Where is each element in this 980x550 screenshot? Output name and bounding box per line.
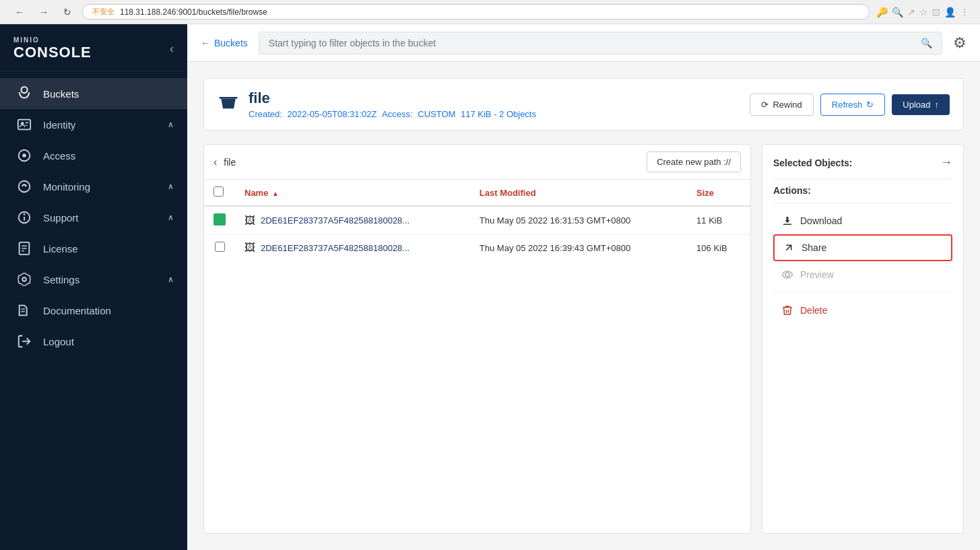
sidebar-item-label: License bbox=[43, 243, 78, 254]
row-checkbox[interactable] bbox=[215, 242, 225, 252]
monitoring-icon bbox=[13, 179, 35, 194]
file-name-cell: 🖼 2DE61EF283737A5F482588180028... bbox=[235, 206, 470, 235]
settings-icon bbox=[13, 272, 35, 287]
svg-point-16 bbox=[22, 277, 26, 281]
sidebar-header: MINIO CONSOLE ‹ bbox=[0, 24, 187, 71]
col-size-header: Size bbox=[687, 180, 750, 206]
content: file Created: 2022-05-05T08:31:02Z Acces… bbox=[187, 62, 980, 550]
chrome-actions: 🔑 🔍 ↗ ☆ ⊡ 👤 ⋮ bbox=[876, 7, 969, 18]
file-size-cell: 106 KiB bbox=[687, 235, 750, 261]
sidebar-item-label: Support bbox=[43, 212, 79, 224]
actions-pane-title: Selected Objects: → bbox=[773, 156, 952, 170]
sidebar-item-label: Access bbox=[43, 150, 75, 162]
file-modified-cell: Thu May 05 2022 16:31:53 GMT+0800 bbox=[470, 206, 687, 235]
sort-icon: ▲ bbox=[272, 190, 279, 197]
refresh-button[interactable]: Refresh ↻ bbox=[820, 94, 886, 116]
sidebar-item-support[interactable]: Support ∧ bbox=[0, 202, 187, 233]
preview-icon bbox=[781, 269, 793, 281]
file-path-bar: ‹ Create new path :// bbox=[204, 145, 750, 180]
identity-icon bbox=[13, 117, 35, 132]
sidebar-item-documentation[interactable]: Documentation bbox=[0, 295, 187, 326]
table-header-row: Name ▲ Last Modified Size bbox=[204, 180, 750, 206]
bucket-name: file bbox=[249, 90, 536, 107]
download-icon bbox=[781, 215, 793, 227]
sidebar-nav: Buckets Identity ∧ Access bbox=[0, 71, 187, 550]
url-text: 118.31.188.246:9001/buckets/file/browse bbox=[120, 7, 267, 17]
license-icon bbox=[13, 241, 35, 256]
upload-button[interactable]: Upload ↑ bbox=[892, 94, 950, 115]
file-size-cell: 11 KiB bbox=[687, 206, 750, 235]
svg-rect-1 bbox=[18, 120, 30, 130]
actions-subtitle: Actions: bbox=[773, 185, 952, 196]
share-icon bbox=[783, 242, 795, 254]
sidebar-item-identity[interactable]: Identity ∧ bbox=[0, 109, 187, 140]
refresh-icon: ↻ bbox=[866, 100, 874, 110]
preview-button[interactable]: Preview bbox=[773, 263, 952, 287]
security-warning: 不安全 bbox=[92, 7, 115, 17]
table-row[interactable]: 🖼 2DE61EF283737A5F482588180028... Thu Ma… bbox=[204, 206, 750, 235]
path-back-button[interactable]: ‹ bbox=[214, 156, 217, 168]
sidebar-item-buckets[interactable]: Buckets bbox=[0, 78, 187, 109]
url-bar[interactable]: 不安全 118.31.188.246:9001/buckets/file/bro… bbox=[82, 4, 870, 20]
share-button[interactable]: Share bbox=[773, 234, 952, 261]
main-area: ← Buckets 🔍 ⚙ file bbox=[187, 24, 980, 550]
bucket-header: file Created: 2022-05-05T08:31:02Z Acces… bbox=[203, 78, 964, 131]
search-bar[interactable]: 🔍 bbox=[259, 32, 942, 55]
bucket-icon bbox=[218, 92, 239, 118]
documentation-icon bbox=[13, 303, 35, 318]
sidebar-item-logout[interactable]: Logout bbox=[0, 326, 187, 357]
divider bbox=[773, 203, 952, 203]
back-to-buckets-button[interactable]: ← Buckets bbox=[201, 38, 248, 48]
select-all-checkbox[interactable] bbox=[214, 186, 224, 197]
back-button[interactable]: ← bbox=[11, 5, 28, 19]
sidebar-item-monitoring[interactable]: Monitoring ∧ bbox=[0, 171, 187, 202]
sidebar-item-access[interactable]: Access bbox=[0, 140, 187, 171]
sidebar-item-label: Logout bbox=[43, 336, 74, 347]
topbar: ← Buckets 🔍 ⚙ bbox=[187, 24, 980, 62]
sidebar-item-label: Buckets bbox=[43, 88, 79, 100]
access-icon bbox=[13, 148, 35, 163]
sidebar-item-label: Monitoring bbox=[43, 181, 90, 193]
collapse-button[interactable]: ‹ bbox=[170, 42, 174, 56]
file-modified-cell: Thu May 05 2022 16:39:43 GMT+0800 bbox=[470, 235, 687, 261]
reload-button[interactable]: ↻ bbox=[59, 5, 75, 19]
bucket-info: file Created: 2022-05-05T08:31:02Z Acces… bbox=[249, 90, 536, 119]
upload-icon: ↑ bbox=[935, 100, 940, 110]
chevron-icon: ∧ bbox=[168, 213, 174, 222]
bucket-actions: ⟳ Rewind Refresh ↻ Upload ↑ bbox=[750, 94, 950, 116]
back-label: Buckets bbox=[214, 38, 248, 48]
chevron-icon: ∧ bbox=[168, 275, 174, 284]
file-name-cell: 🖼 2DE61EF283737A5F482588180028... bbox=[235, 235, 470, 261]
forward-button[interactable]: → bbox=[35, 5, 53, 19]
col-modified-header: Last Modified bbox=[470, 180, 687, 206]
sidebar-item-license[interactable]: License bbox=[0, 233, 187, 264]
logo-mini: MINIO bbox=[13, 36, 92, 44]
divider bbox=[773, 179, 952, 180]
file-table: Name ▲ Last Modified Size bbox=[204, 180, 750, 261]
download-button[interactable]: Download bbox=[773, 209, 952, 233]
logo-console: CONSOLE bbox=[13, 44, 92, 61]
svg-point-20 bbox=[785, 273, 789, 277]
browser-chrome: ← → ↻ 不安全 118.31.188.246:9001/buckets/fi… bbox=[0, 0, 980, 24]
delete-button[interactable]: Delete bbox=[773, 298, 952, 322]
file-list-pane: ‹ Create new path :// N bbox=[203, 144, 751, 534]
divider bbox=[773, 292, 952, 293]
settings-button[interactable]: ⚙ bbox=[953, 34, 967, 52]
table-row[interactable]: 🖼 2DE61EF283737A5F482588180028... Thu Ma… bbox=[204, 235, 750, 261]
sidebar-item-settings[interactable]: Settings ∧ bbox=[0, 264, 187, 295]
rewind-button[interactable]: ⟳ Rewind bbox=[750, 94, 813, 116]
expand-button[interactable]: → bbox=[940, 156, 952, 170]
sidebar-item-label: Documentation bbox=[43, 305, 111, 316]
path-input[interactable] bbox=[224, 157, 640, 168]
col-name-header: Name ▲ bbox=[235, 180, 470, 206]
sidebar-item-label: Settings bbox=[43, 274, 79, 285]
actions-pane: Selected Objects: → Actions: Download bbox=[762, 144, 964, 534]
green-check-icon bbox=[214, 213, 226, 226]
chevron-icon: ∧ bbox=[168, 182, 174, 191]
create-path-button[interactable]: Create new path :// bbox=[647, 151, 741, 172]
logout-icon bbox=[13, 334, 35, 349]
search-icon: 🔍 bbox=[921, 38, 932, 48]
svg-point-0 bbox=[21, 87, 27, 93]
search-input[interactable] bbox=[269, 38, 915, 48]
file-icon: 🖼 bbox=[244, 215, 255, 227]
